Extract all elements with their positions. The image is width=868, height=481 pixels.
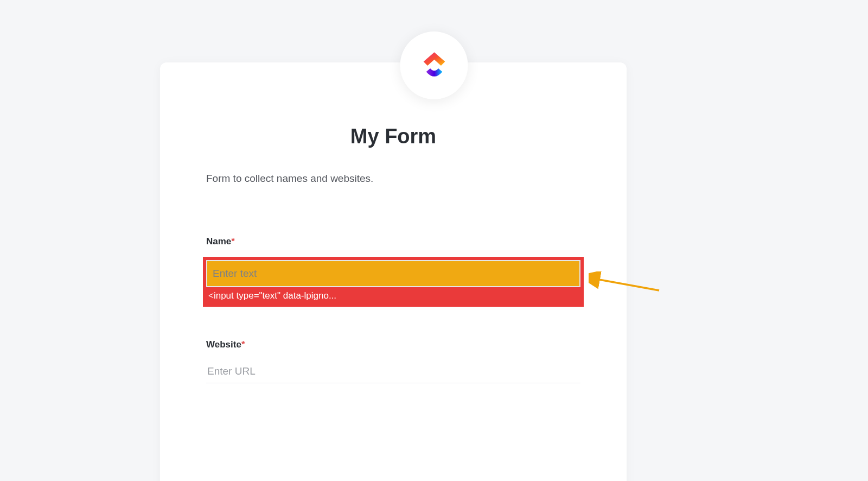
website-label: Website*: [206, 339, 580, 350]
devtools-highlight-box: <input type="text" data-lpigno...: [203, 257, 584, 307]
logo-circle: [400, 31, 468, 99]
name-input[interactable]: [207, 261, 579, 286]
form-title: My Form: [206, 125, 580, 148]
form-field-website: Website*: [206, 339, 580, 383]
devtools-tooltip-snippet: <input type="text" data-lpigno...: [206, 287, 580, 307]
form-card: My Form Form to collect names and websit…: [160, 62, 627, 481]
name-label-text: Name: [206, 236, 231, 246]
required-asterisk: *: [231, 236, 235, 246]
devtools-highlight-inner: [206, 260, 580, 287]
required-asterisk: *: [241, 339, 245, 350]
name-label: Name*: [206, 236, 580, 247]
form-field-name: Name* <input type="text" data-lpigno...: [206, 236, 580, 307]
clickup-logo-icon: [417, 49, 451, 83]
website-label-text: Website: [206, 339, 241, 350]
form-description: Form to collect names and websites.: [206, 173, 580, 185]
website-input[interactable]: [206, 360, 580, 383]
